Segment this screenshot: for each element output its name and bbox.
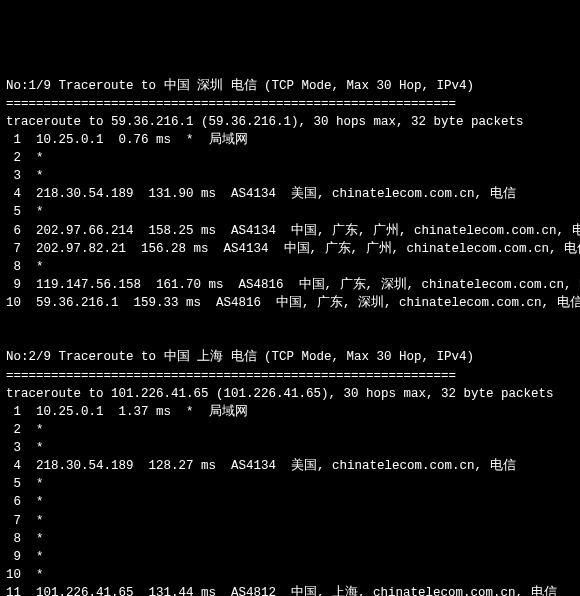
hop-line: 4 218.30.54.189 128.27 ms AS4134 美国, chi… — [6, 459, 516, 473]
divider: ========================================… — [6, 369, 456, 383]
hop-line: 11 101.226.41.65 131.44 ms AS4812 中国, 上海… — [6, 586, 557, 596]
trace-info: traceroute to 101.226.41.65 (101.226.41.… — [6, 387, 554, 401]
hop-line: 1 10.25.0.1 1.37 ms * 局域网 — [6, 405, 248, 419]
hop-line: 7 202.97.82.21 156.28 ms AS4134 中国, 广东, … — [6, 242, 580, 256]
hop-line: 4 218.30.54.189 131.90 ms AS4134 美国, chi… — [6, 187, 516, 201]
hop-line: 5 * — [6, 205, 44, 219]
trace-header: No:1/9 Traceroute to 中国 深圳 电信 (TCP Mode,… — [6, 79, 474, 93]
trace-header: No:2/9 Traceroute to 中国 上海 电信 (TCP Mode,… — [6, 350, 474, 364]
hop-line: 2 * — [6, 151, 44, 165]
hop-line: 6 * — [6, 495, 44, 509]
hop-line: 9 119.147.56.158 161.70 ms AS4816 中国, 广东… — [6, 278, 580, 292]
hop-line: 2 * — [6, 423, 44, 437]
hop-line: 7 * — [6, 514, 44, 528]
hop-line: 8 * — [6, 532, 44, 546]
hop-line: 10 59.36.216.1 159.33 ms AS4816 中国, 广东, … — [6, 296, 580, 310]
divider: ========================================… — [6, 97, 456, 111]
hop-line: 9 * — [6, 550, 44, 564]
hop-line: 3 * — [6, 441, 44, 455]
terminal-output: No:1/9 Traceroute to 中国 深圳 电信 (TCP Mode,… — [6, 77, 574, 597]
hop-line: 3 * — [6, 169, 44, 183]
hop-line: 6 202.97.66.214 158.25 ms AS4134 中国, 广东,… — [6, 224, 580, 238]
hop-line: 10 * — [6, 568, 44, 582]
hop-line: 5 * — [6, 477, 44, 491]
hop-line: 8 * — [6, 260, 44, 274]
hop-line: 1 10.25.0.1 0.76 ms * 局域网 — [6, 133, 248, 147]
trace-info: traceroute to 59.36.216.1 (59.36.216.1),… — [6, 115, 524, 129]
